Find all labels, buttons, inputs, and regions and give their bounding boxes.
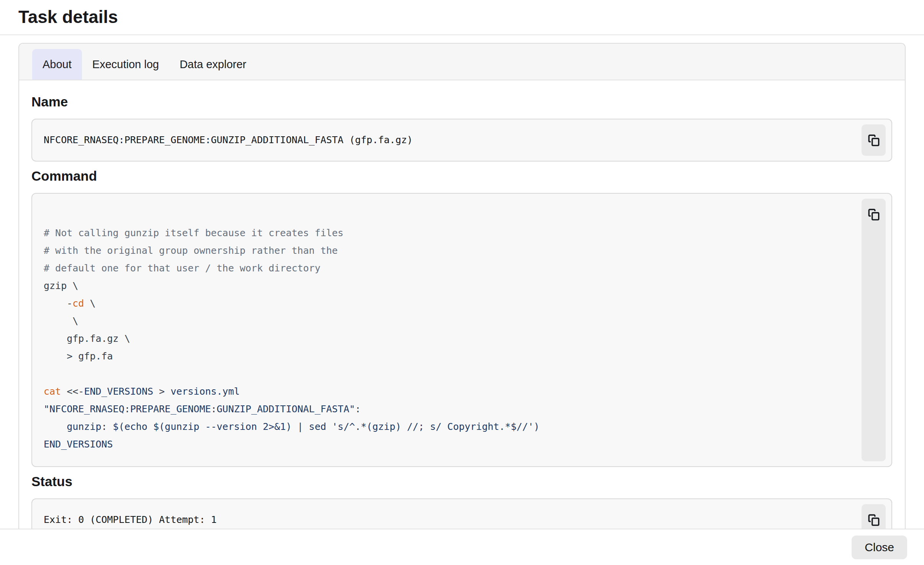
name-copy-gutter (862, 124, 886, 156)
modal-header: Task details (0, 0, 924, 35)
page-title: Task details (18, 5, 118, 29)
copy-icon (867, 208, 880, 221)
command-section-heading: Command (31, 168, 892, 184)
command-copy-button[interactable] (862, 204, 886, 225)
status-section-heading: Status (31, 474, 892, 489)
status-copy-button[interactable] (862, 509, 886, 529)
modal-footer: Close (0, 529, 924, 565)
status-copy-gutter (862, 504, 886, 529)
status-box: Exit: 0 (COMPLETED) Attempt: 1 (31, 498, 892, 529)
status-value: Exit: 0 (COMPLETED) Attempt: 1 (32, 499, 891, 529)
copy-icon (867, 134, 880, 147)
tab-content-about: Name NFCORE_RNASEQ:PREPARE_GENOME:GUNZIP… (19, 80, 905, 529)
task-name-value: NFCORE_RNASEQ:PREPARE_GENOME:GUNZIP_ADDI… (32, 119, 891, 161)
name-copy-button[interactable] (862, 130, 886, 150)
tab-execution-log[interactable]: Execution log (82, 49, 169, 80)
task-name-box: NFCORE_RNASEQ:PREPARE_GENOME:GUNZIP_ADDI… (31, 119, 892, 162)
modal-body-scroll[interactable]: About Execution log Data explorer Name N… (0, 36, 924, 529)
tab-about[interactable]: About (32, 49, 82, 80)
name-section-heading: Name (31, 94, 892, 109)
command-scroll-gutter (862, 199, 886, 461)
tab-bar: About Execution log Data explorer (19, 44, 905, 80)
command-box: # Not calling gunzip itself because it c… (31, 193, 892, 467)
command-code: # Not calling gunzip itself because it c… (32, 194, 891, 466)
task-details-card: About Execution log Data explorer Name N… (18, 43, 906, 529)
close-button[interactable]: Close (852, 536, 907, 559)
tab-data-explorer[interactable]: Data explorer (169, 49, 257, 80)
copy-icon (867, 513, 880, 526)
